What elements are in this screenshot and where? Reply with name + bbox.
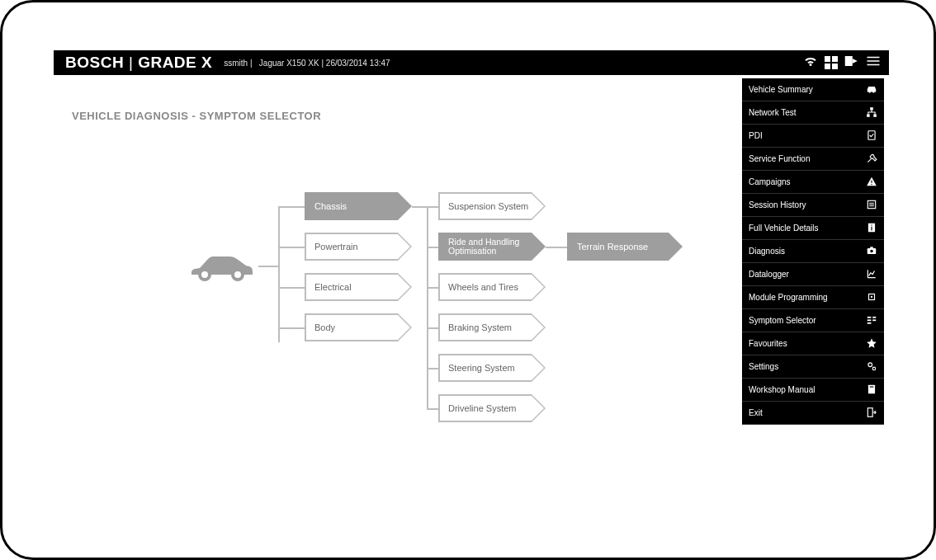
sidebar-item-service-function[interactable]: Service Function — [742, 148, 884, 171]
brand-sep: | — [129, 54, 138, 71]
symptom-sub-braking[interactable]: Braking System — [438, 313, 546, 341]
svg-rect-28 — [868, 384, 875, 393]
sidebar-item-workshop-manual[interactable]: Workshop Manual — [742, 379, 884, 402]
book-icon — [866, 384, 877, 397]
camera-icon — [866, 245, 877, 258]
symptom-sub-wheels-tires[interactable]: Wheels and Tires — [438, 273, 546, 301]
sidebar-item-pdi[interactable]: PDI — [742, 125, 884, 148]
brand: BOSCH | GRADE X — [54, 54, 212, 72]
connector — [427, 206, 428, 410]
sidebar-item-network-test[interactable]: Network Test — [742, 101, 884, 125]
svg-rect-18 — [870, 247, 873, 248]
vehicle: Jaguar X150 XK — [259, 59, 319, 68]
exit-arrow-icon[interactable] — [844, 54, 859, 72]
svg-rect-3 — [867, 64, 880, 66]
symptom-cat-chassis[interactable]: Chassis — [305, 192, 412, 220]
connector — [278, 287, 305, 289]
session-info: ssmith | Jaguar X150 XK | 26/03/2014 13:… — [224, 59, 390, 68]
symptom-cat-body[interactable]: Body — [305, 313, 412, 341]
sidebar-item-diagnosis[interactable]: Diagnosis — [742, 240, 884, 263]
sidebar-label: Vehicle Summary — [749, 85, 813, 94]
sidebar-item-module-programming[interactable]: Module Programming — [742, 286, 884, 309]
symptom-label: Powertrain — [314, 242, 358, 252]
symptom-label: Suspension System — [448, 201, 528, 211]
sidebar-item-campaigns[interactable]: Campaigns — [742, 171, 884, 194]
sidebar-item-favourites[interactable]: Favourites — [742, 332, 884, 355]
svg-rect-11 — [871, 183, 872, 184]
symptom-label: Ride and Handling Optimisation — [448, 238, 532, 256]
sidebar-label: Settings — [749, 362, 778, 371]
sidebar-label: Full Vehicle Details — [749, 224, 818, 233]
symptom-sub-driveline[interactable]: Driveline System — [438, 394, 546, 422]
exit-icon — [866, 407, 877, 420]
svg-rect-15 — [871, 226, 872, 230]
sidebar-item-full-vehicle-details[interactable]: Full Vehicle Details — [742, 217, 884, 240]
connector — [427, 327, 438, 329]
symptom-sub-suspension[interactable]: Suspension System — [438, 192, 546, 220]
tools-icon — [866, 153, 877, 166]
svg-rect-7 — [867, 114, 870, 117]
symptom-label: Body — [314, 322, 335, 332]
list-icon — [866, 199, 877, 212]
connector — [278, 206, 280, 342]
chip-icon — [866, 291, 877, 304]
sidebar-item-datalogger[interactable]: Datalogger — [742, 263, 884, 286]
sidebar-label: Workshop Manual — [749, 385, 815, 394]
sidebar-label: Module Programming — [749, 293, 828, 302]
info-icon — [866, 222, 877, 235]
svg-rect-22 — [867, 319, 872, 321]
gears-icon — [866, 360, 877, 374]
symptom-sub-steering[interactable]: Steering System — [438, 354, 546, 382]
symptom-label: Terrain Response — [577, 242, 648, 252]
top-bar: BOSCH | GRADE X ssmith | Jaguar X150 XK … — [54, 50, 889, 75]
svg-point-27 — [872, 367, 876, 370]
sidebar-item-exit[interactable]: Exit — [742, 402, 884, 425]
symptom-leaf-terrain-response[interactable]: Terrain Response — [567, 233, 683, 261]
connector — [278, 327, 305, 329]
symptom-label: Driveline System — [448, 403, 517, 413]
sidebar-label: Service Function — [749, 154, 810, 163]
svg-rect-1 — [867, 57, 880, 59]
svg-point-17 — [870, 249, 873, 252]
svg-point-26 — [868, 362, 872, 366]
symptom-cat-powertrain[interactable]: Powertrain — [305, 233, 412, 261]
clipboard-check-icon — [866, 129, 877, 143]
svg-rect-14 — [871, 224, 872, 225]
symptom-cat-electrical[interactable]: Electrical — [305, 273, 412, 301]
symptom-sub-ride-handling[interactable]: Ride and Handling Optimisation — [438, 233, 546, 261]
svg-rect-25 — [872, 319, 876, 321]
connector — [546, 247, 567, 248]
sidebar-item-session-history[interactable]: Session History — [742, 194, 884, 217]
svg-rect-9 — [868, 130, 875, 139]
sidebar-label: Exit — [749, 408, 763, 417]
symptom-label: Steering System — [448, 363, 515, 373]
sidebar-label: Campaigns — [749, 177, 791, 186]
svg-rect-10 — [871, 180, 872, 182]
selector-icon — [866, 314, 877, 327]
symptom-label: Electrical — [314, 282, 352, 292]
menu-lines-icon[interactable] — [866, 54, 881, 72]
sidebar-item-vehicle-summary[interactable]: Vehicle Summary — [742, 78, 884, 101]
network-icon — [866, 106, 877, 120]
sidebar-label: Datalogger — [749, 270, 789, 279]
symptom-label: Wheels and Tires — [448, 282, 518, 292]
brand-left: BOSCH — [65, 54, 124, 71]
app-frame: BOSCH | GRADE X ssmith | Jaguar X150 XK … — [0, 0, 936, 560]
symptom-label: Chassis — [314, 201, 347, 211]
sidebar-item-symptom-selector[interactable]: Symptom Selector — [742, 309, 884, 332]
svg-rect-23 — [867, 322, 872, 323]
sidebar-item-settings[interactable]: Settings — [742, 355, 884, 379]
car-icon — [866, 83, 877, 96]
connector — [427, 206, 438, 208]
svg-point-20 — [871, 295, 872, 297]
sidebar-label: Diagnosis — [749, 247, 785, 256]
connector — [427, 287, 438, 289]
connector — [258, 266, 278, 267]
connector — [427, 247, 438, 248]
apps-grid-icon[interactable] — [825, 56, 838, 69]
star-icon — [866, 337, 877, 351]
svg-point-4 — [200, 270, 210, 280]
wifi-icon[interactable] — [803, 54, 818, 72]
connector — [278, 206, 305, 208]
sidebar-label: Favourites — [749, 339, 787, 348]
